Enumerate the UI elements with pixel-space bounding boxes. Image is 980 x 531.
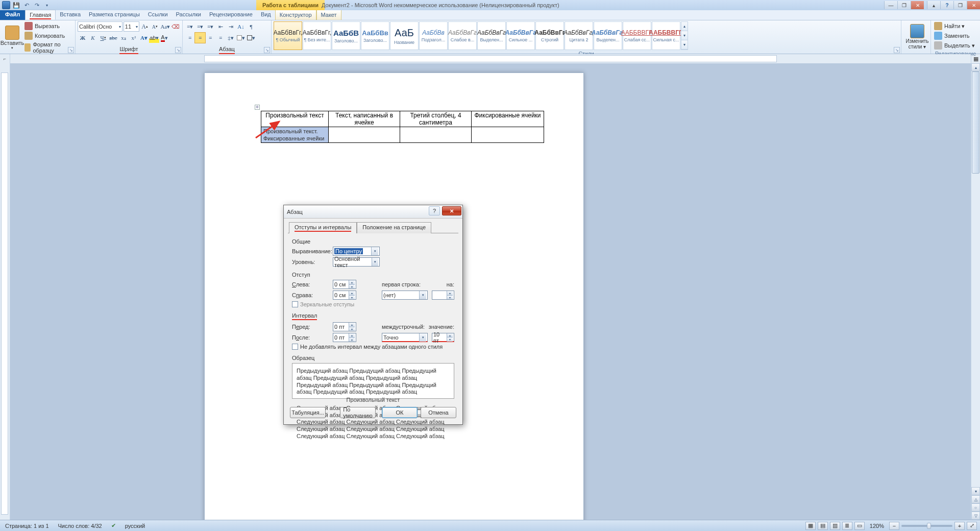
redo-icon[interactable]: ↷	[33, 1, 41, 9]
style-item[interactable]: АаБбВЗаголово...	[332, 21, 360, 50]
font-color-button[interactable]: A▾	[159, 33, 169, 43]
gallery-scroll-button[interactable]: ▴	[681, 22, 688, 31]
draft-view-button[interactable]: ▭	[854, 522, 865, 530]
styles-launcher[interactable]: ↘	[894, 47, 900, 53]
cancel-button[interactable]: Отмена	[421, 407, 456, 418]
status-wordcount[interactable]: Число слов: 4/32	[56, 523, 104, 529]
cut-button[interactable]: Вырезать	[23, 21, 73, 31]
style-item[interactable]: АаБбВвГг,¶ Без инте...	[303, 21, 331, 50]
help-button[interactable]: ?	[940, 1, 953, 9]
file-tab[interactable]: Файл	[0, 10, 25, 20]
find-button[interactable]: Найти ▾	[933, 21, 978, 31]
table-cell[interactable]: Текст, написанный в ячейке	[329, 111, 400, 127]
word-table[interactable]: Произвольный текст Текст, написанный в я…	[261, 111, 544, 143]
prev-page-button[interactable]: △	[971, 495, 980, 503]
table-cell[interactable]: Фиксированные ячейки	[472, 111, 544, 127]
undo-icon[interactable]: ↶	[22, 1, 31, 9]
change-case-button[interactable]: Aa▾	[160, 21, 170, 32]
zoom-in-button[interactable]: +	[954, 522, 965, 530]
highlight-button[interactable]: ab▾	[149, 33, 159, 43]
text-effects-button[interactable]: A▾	[139, 33, 149, 43]
inner-restore-button[interactable]: ❐	[953, 1, 967, 9]
left-spinner[interactable]: 0 см▴▾	[333, 280, 356, 289]
zoom-slider[interactable]	[901, 525, 952, 527]
restore-button[interactable]: ❐	[897, 1, 911, 9]
style-item[interactable]: АаБбВвГгВыделен...	[477, 21, 506, 50]
dialog-close-button[interactable]: ✕	[442, 206, 461, 215]
style-item[interactable]: АаБНазвание	[390, 21, 419, 50]
save-icon[interactable]: 💾	[12, 1, 20, 9]
increase-indent-button[interactable]: ⇥	[226, 21, 236, 32]
table-cell[interactable]	[329, 127, 400, 143]
table-cell[interactable]: Произвольный текст.Фиксированные ячейки	[261, 127, 329, 143]
table-design-tab[interactable]: Конструктор	[275, 10, 316, 20]
status-proofing[interactable]: ✔	[109, 522, 118, 529]
multilevel-button[interactable]: ≡▾	[205, 21, 215, 32]
document-canvas[interactable]: ✥ Произвольный текст Текст, написанный в…	[10, 63, 971, 520]
line-spacing-button[interactable]: ‡▾	[226, 33, 236, 43]
table-layout-tab[interactable]: Макет	[316, 10, 341, 20]
select-button[interactable]: Выделить ▾	[933, 41, 978, 50]
zoom-dialog-button[interactable]: ⤢	[967, 522, 977, 530]
status-page[interactable]: Страница: 1 из 1	[3, 523, 51, 529]
format-painter-button[interactable]: Формат по образцу	[23, 41, 73, 54]
dialog-help-button[interactable]: ?	[429, 206, 440, 215]
right-spinner[interactable]: 0 см▴▾	[333, 291, 356, 300]
print-layout-view-button[interactable]: ▦	[805, 522, 816, 530]
zoom-level[interactable]: 120%	[870, 523, 884, 529]
review-tab[interactable]: Рецензирование	[205, 10, 257, 20]
scroll-down-button[interactable]: ▾	[971, 487, 980, 495]
table-cell[interactable]	[400, 127, 472, 143]
level-combo[interactable]: Основной текст▾	[333, 257, 380, 267]
style-item[interactable]: ААББВВГГ,Сильная с...	[652, 21, 680, 50]
paragraph-launcher[interactable]: ↘	[264, 47, 270, 53]
dialog-tab-pageflow[interactable]: Положение на странице	[357, 222, 431, 233]
qat-more-icon[interactable]: ▾	[43, 1, 51, 9]
align-combo[interactable]: По центру▾	[333, 247, 380, 256]
align-center-button[interactable]: ≡	[195, 33, 205, 43]
font-name-combo[interactable]: Calibri (Осно▾	[78, 21, 122, 32]
copy-button[interactable]: Копировать	[23, 31, 73, 40]
scroll-thumb[interactable]	[972, 71, 979, 174]
noadd-checkbox[interactable]	[292, 344, 298, 350]
outline-view-button[interactable]: ≣	[842, 522, 852, 530]
references-tab[interactable]: Ссылки	[144, 10, 172, 20]
next-page-button[interactable]: ▽	[971, 512, 980, 520]
italic-button[interactable]: К	[88, 33, 98, 43]
vertical-scrollbar[interactable]: ▴ ▾ △ ○ ▽	[971, 63, 980, 520]
decrease-indent-button[interactable]: ⇤	[215, 21, 226, 32]
font-size-combo[interactable]: 11▾	[124, 21, 139, 32]
shrink-font-button[interactable]: A▾	[151, 21, 160, 32]
ok-button[interactable]: ОК	[382, 407, 418, 418]
style-item[interactable]: АаБбВвЗаголово...	[361, 21, 389, 50]
fullscreen-reading-view-button[interactable]: ▤	[818, 522, 828, 530]
style-item[interactable]: АаБбВвГгСтрогий	[535, 21, 564, 50]
bullets-button[interactable]: ≡▾	[185, 21, 195, 32]
show-marks-button[interactable]: ¶	[246, 21, 256, 32]
status-language[interactable]: русский	[123, 523, 147, 529]
clear-formatting-button[interactable]: ⌫	[171, 21, 180, 32]
browse-object-button[interactable]: ○	[971, 503, 980, 512]
align-right-button[interactable]: ≡	[205, 33, 215, 43]
mirror-checkbox[interactable]	[292, 301, 298, 307]
sort-button[interactable]: A↓	[236, 21, 246, 32]
font-launcher[interactable]: ↘	[175, 47, 181, 53]
table-cell[interactable]: Третий столбец, 4 сантиметра	[400, 111, 472, 127]
zoom-out-button[interactable]: −	[889, 522, 899, 530]
style-item[interactable]: АаБбВвГг,¶ Обычный	[274, 21, 302, 50]
underline-button[interactable]: Ч▾	[98, 33, 108, 43]
align-left-button[interactable]: ≡	[185, 33, 195, 43]
numbering-button[interactable]: ≡▾	[195, 21, 205, 32]
subscript-button[interactable]: x₂	[118, 33, 129, 43]
view-tab[interactable]: Вид	[257, 10, 275, 20]
bold-button[interactable]: Ж	[78, 33, 88, 43]
dialog-tab-indents[interactable]: Отступы и интервалы	[289, 222, 357, 233]
close-button[interactable]: ✕	[911, 1, 924, 9]
paste-button[interactable]: Вставить▾	[2, 22, 22, 53]
style-item[interactable]: АаБбВвГгСильное ...	[506, 21, 535, 50]
shading-button[interactable]: ▾	[236, 33, 246, 43]
clipboard-launcher[interactable]: ↘	[68, 47, 74, 53]
gallery-more-button[interactable]: ▾	[681, 40, 688, 50]
firstline-by-spinner[interactable]: ▴▾	[432, 291, 454, 300]
justify-button[interactable]: ≡	[215, 33, 226, 43]
